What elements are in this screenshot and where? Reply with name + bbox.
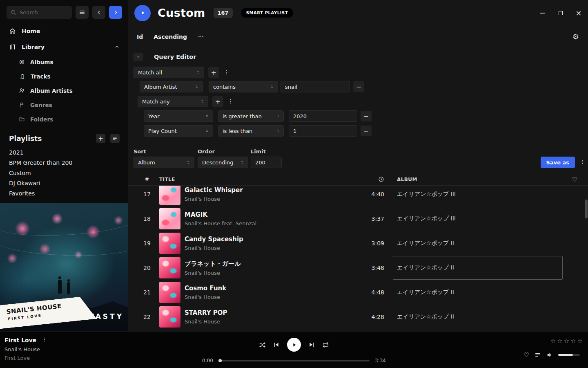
remove-rule-button[interactable]: − (361, 126, 372, 136)
track-artist: Snail's House (185, 319, 360, 325)
limit-input[interactable] (251, 157, 282, 168)
match-all-select[interactable]: Match all (134, 67, 204, 78)
add-rule-button[interactable]: + (208, 67, 219, 78)
playlist-item[interactable]: BPM Greater than 200 (0, 157, 128, 168)
sidebar-item-genres[interactable]: Genres (0, 98, 128, 112)
playlist-options-button[interactable] (110, 134, 120, 143)
sidebar-item-tracks[interactable]: ♫ Tracks (0, 69, 128, 83)
favorite-button[interactable]: ♡ (524, 351, 529, 359)
shuffle-button[interactable] (259, 341, 266, 348)
rule-field-select[interactable]: Year (144, 110, 213, 122)
chevron-left-icon (96, 9, 102, 16)
previous-track-button[interactable] (273, 341, 280, 348)
rule-operator-select[interactable]: is less than (218, 125, 284, 137)
playlist-item[interactable]: 2021 (0, 147, 128, 157)
repeat-button[interactable] (322, 341, 329, 348)
order-select[interactable]: Descending (198, 157, 248, 168)
playlists-header: Playlists + (9, 134, 120, 143)
playlist-item[interactable]: DJ Okawari (0, 178, 128, 188)
close-button[interactable]: × (573, 8, 584, 18)
volume-button[interactable] (546, 352, 553, 358)
minimize-button[interactable] (537, 8, 548, 18)
save-as-button[interactable]: Save as (541, 157, 575, 168)
save-menu-button[interactable] (580, 159, 586, 166)
remove-rule-button[interactable]: − (353, 81, 364, 92)
track-album-focused[interactable]: エイリアン☆ポップ II (397, 264, 568, 272)
star-icon[interactable]: ☆ (577, 337, 583, 345)
match-any-select[interactable]: Match any (138, 96, 208, 107)
search-box[interactable] (7, 6, 72, 19)
track-row[interactable]: 21 Cosmo Funk Snail's House 4:48 エイリアン☆ポ… (128, 280, 588, 305)
queue-button[interactable] (535, 352, 541, 358)
rule-value-input[interactable] (289, 125, 357, 137)
favorite-column-header[interactable]: ♡ (568, 176, 577, 183)
star-icon[interactable]: ☆ (570, 337, 576, 345)
next-track-button[interactable] (308, 341, 315, 348)
menu-button[interactable] (76, 6, 89, 19)
add-group-rule-button[interactable]: + (212, 96, 223, 107)
smart-playlist-badge: SMART PLAYLIST (241, 8, 294, 18)
track-row[interactable]: 18 MAGIK Snail's House feat. Sennzai 3:3… (128, 206, 588, 231)
sidebar-item-label: Folders (30, 116, 53, 123)
select-value: Year (148, 113, 160, 119)
sidebar-item-folders[interactable]: Folders (0, 112, 128, 126)
rule-field-select[interactable]: Album Artist (140, 81, 203, 92)
chevron-up-icon[interactable] (114, 44, 120, 49)
play-playlist-button[interactable] (134, 5, 151, 21)
kebab-icon (580, 159, 586, 165)
play-pause-button[interactable] (287, 338, 301, 352)
collapse-query-editor-button[interactable] (134, 53, 143, 61)
duration-column-header[interactable] (360, 176, 384, 182)
sidebar-item-library[interactable]: Library (0, 39, 128, 55)
nav-forward-button[interactable] (109, 6, 122, 19)
track-title: Cosmo Funk (185, 285, 360, 292)
scrollbar-thumb[interactable] (585, 200, 588, 218)
title-column-header[interactable]: TITLE (159, 177, 360, 182)
now-playing-menu-button[interactable] (42, 337, 47, 343)
playlists-title: Playlists (9, 135, 42, 143)
track-album: エイリアン☆ポップ II (397, 313, 568, 321)
rule-operator-select[interactable]: contains (209, 81, 278, 92)
track-table: # TITLE ALBUM ♡ 17 Galactic Whisper Snai… (128, 173, 588, 330)
rule-value-input[interactable] (289, 110, 357, 122)
index-column-header[interactable]: # (140, 177, 154, 182)
track-title: Galactic Whisper (185, 186, 360, 194)
album-column-header[interactable]: ALBUM (397, 177, 568, 182)
sort-field-button[interactable]: Id (137, 34, 143, 40)
query-editor-title: Query Editor (154, 54, 196, 60)
rule-menu-button[interactable] (222, 67, 230, 78)
sidebar-item-home[interactable]: Home (0, 23, 128, 39)
rule-value-input[interactable] (281, 81, 350, 92)
track-row[interactable]: 22 STARRY POP Snail's House 4:28 エイリアン☆ポ… (128, 305, 588, 329)
seek-bar[interactable] (218, 360, 370, 361)
rule-operator-select[interactable]: is greater than (218, 110, 284, 122)
play-icon (140, 10, 146, 16)
maximize-button[interactable] (555, 8, 566, 18)
star-icon[interactable]: ☆ (564, 337, 569, 345)
maximize-icon (559, 11, 563, 15)
group-menu-button[interactable] (226, 96, 234, 107)
search-input[interactable] (20, 9, 68, 16)
playlist-label: BPM Greater than 200 (9, 159, 72, 166)
track-number: 19 (140, 240, 154, 247)
limit-label: Limit (251, 148, 266, 155)
star-icon[interactable]: ☆ (557, 337, 562, 345)
track-row[interactable]: 19 Candy Spaceship Snail's House 3:09 エイ… (128, 231, 588, 256)
star-icon[interactable]: ☆ (550, 337, 556, 345)
track-row[interactable]: 17 Galactic Whisper Snail's House 4:40 エ… (128, 186, 588, 206)
rule-field-select[interactable]: Play Count (144, 125, 213, 137)
volume-slider[interactable] (558, 354, 580, 356)
sort-direction-button[interactable]: Ascending (154, 34, 187, 40)
sidebar-item-albums[interactable]: Albums (0, 55, 128, 69)
sort-select[interactable]: Album (134, 157, 194, 168)
add-playlist-button[interactable]: + (96, 134, 105, 143)
sidebar-item-album-artists[interactable]: Album Artists (0, 83, 128, 98)
seek-handle[interactable] (218, 359, 222, 362)
track-row[interactable]: 20 プラネット・ガール Snail's House 3:48 エイリアン☆ポッ… (128, 256, 588, 280)
settings-button[interactable]: ⚙ (572, 33, 579, 40)
playlist-item[interactable]: Custom (0, 168, 128, 178)
more-options-button[interactable] (198, 33, 204, 41)
nav-back-button[interactable] (92, 6, 105, 19)
remove-rule-button[interactable]: − (361, 111, 372, 121)
playlist-item[interactable]: Favorites (0, 188, 128, 198)
